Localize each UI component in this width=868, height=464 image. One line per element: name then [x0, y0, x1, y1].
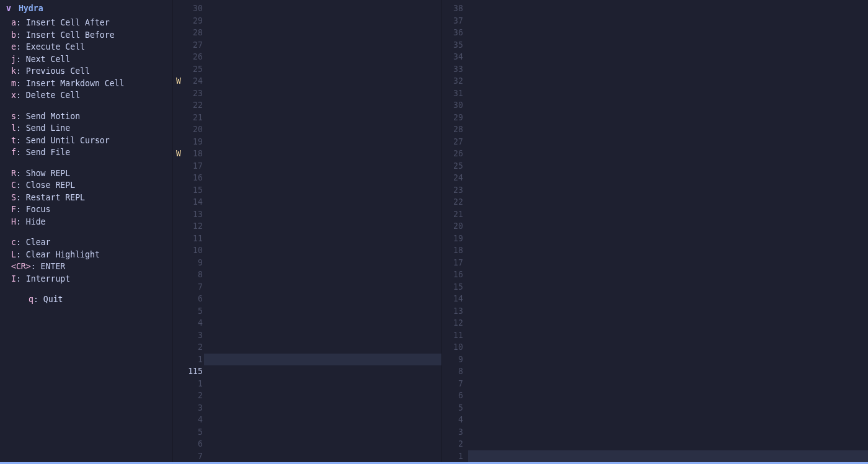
- menu-label: Execute Cell: [26, 42, 85, 51]
- menu-key: b: [6, 30, 16, 40]
- menu-label: Interrupt: [26, 274, 70, 283]
- menu-item[interactable]: a: Insert Cell After: [6, 17, 167, 29]
- menu-item[interactable]: L: Clear Highlight: [6, 249, 167, 261]
- menu-label: Clear: [26, 238, 51, 247]
- menu-item[interactable]: q: Quit: [6, 293, 167, 306]
- menu-label: Send File: [26, 148, 70, 157]
- hydra-sidebar: v Hydra a: Insert Cell After b: Insert C…: [0, 0, 172, 464]
- menu-key: f: [6, 148, 16, 157]
- menu-key: e: [6, 42, 16, 51]
- menu-label: Restart REPL: [26, 193, 85, 202]
- sidebar-title: v Hydra: [6, 4, 167, 13]
- menu-label: Previous Cell: [26, 66, 90, 76]
- menu-item[interactable]: j: Next Cell: [6, 53, 167, 66]
- menu-label: ENTER: [41, 262, 66, 271]
- menu-label: Clear Highlight: [26, 250, 100, 259]
- menu-key: a: [6, 18, 16, 27]
- menu-item[interactable]: R: Show REPL: [6, 167, 167, 180]
- repl-cursor-highlight: [468, 450, 868, 463]
- app-root: v Hydra a: Insert Cell After b: Insert C…: [0, 0, 868, 464]
- menu-item[interactable]: H: Hide: [6, 216, 167, 228]
- menu-item[interactable]: m: Insert Markdown Cell: [6, 78, 167, 90]
- menu-key: m: [6, 79, 16, 88]
- menu-key: c: [6, 238, 16, 247]
- menu-label: Hide: [26, 217, 46, 226]
- menu-key: F: [6, 205, 16, 214]
- menu-key: t: [6, 136, 16, 145]
- menu-label: Insert Cell After: [26, 18, 110, 27]
- menu-key: S: [6, 193, 16, 202]
- chevron-down-icon: v: [6, 4, 11, 13]
- menu-key: <CR>: [6, 262, 31, 271]
- menu-item[interactable]: C: Close REPL: [6, 179, 167, 192]
- menu-item[interactable]: k: Previous Cell: [6, 65, 167, 78]
- menu-item[interactable]: f: Send File: [6, 146, 167, 159]
- menu-label: Insert Markdown Cell: [26, 79, 125, 88]
- cursor-line-highlight: [204, 354, 441, 366]
- sidebar-title-text: Hydra: [19, 4, 43, 13]
- menu-label: Show REPL: [26, 169, 70, 178]
- menu-key: R: [6, 169, 16, 178]
- sidebar-menu: a: Insert Cell After b: Insert Cell Befo…: [6, 17, 167, 306]
- menu-key: x: [6, 91, 16, 100]
- menu-key: j: [6, 55, 16, 64]
- menu-item[interactable]: b: Insert Cell Before: [6, 29, 167, 42]
- menu-key: H: [6, 217, 16, 226]
- menu-item[interactable]: S: Restart REPL: [6, 192, 167, 204]
- menu-key: s: [6, 112, 16, 121]
- menu-label: Send Line: [26, 123, 70, 133]
- menu-key: I: [6, 274, 16, 283]
- menu-key: C: [6, 181, 16, 190]
- menu-label: Quit: [43, 295, 63, 304]
- menu-label: Next Cell: [26, 55, 70, 64]
- menu-label: Close REPL: [26, 181, 75, 190]
- menu-label: Focus: [26, 205, 51, 214]
- menu-key: l: [6, 123, 16, 133]
- code-editor-pane[interactable]: WW 3029282726252423222120191817161514131…: [172, 0, 441, 464]
- menu-key: q: [24, 295, 33, 304]
- menu-item[interactable]: I: Interrupt: [6, 273, 167, 285]
- menu-label: Send Until Cursor: [26, 136, 110, 145]
- menu-key: k: [6, 66, 16, 76]
- menu-item[interactable]: e: Execute Cell: [6, 41, 167, 53]
- menu-item[interactable]: F: Focus: [6, 203, 167, 216]
- repl-output-pane[interactable]: 3837363534333231302928272625242322212019…: [441, 0, 868, 464]
- menu-label: Send Motion: [26, 112, 80, 121]
- menu-item[interactable]: l: Send Line: [6, 122, 167, 135]
- menu-label: Delete Cell: [26, 91, 80, 100]
- menu-item[interactable]: t: Send Until Cursor: [6, 135, 167, 147]
- menu-item[interactable]: c: Clear: [6, 236, 167, 249]
- menu-item[interactable]: <CR>: ENTER: [6, 261, 167, 273]
- menu-item[interactable]: s: Send Motion: [6, 110, 167, 123]
- menu-item[interactable]: x: Delete Cell: [6, 89, 167, 102]
- menu-key: L: [6, 250, 16, 259]
- menu-label: Insert Cell Before: [26, 30, 115, 40]
